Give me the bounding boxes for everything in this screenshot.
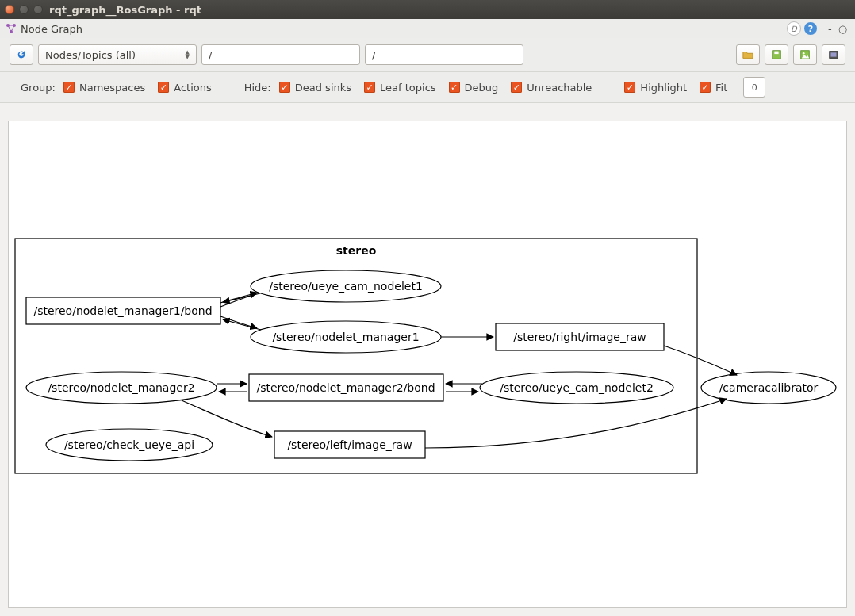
svg-text:/cameracalibrator: /cameracalibrator: [719, 381, 819, 394]
topic-filter-input-1[interactable]: /: [201, 44, 360, 65]
svg-text:/stereo/ueye_cam_nodelet2: /stereo/ueye_cam_nodelet2: [500, 381, 654, 394]
mode-selector-value: Nodes/Topics (all): [45, 49, 136, 61]
refresh-icon: [16, 49, 27, 60]
svg-rect-8: [831, 52, 837, 56]
topic-filter-input-2[interactable]: /: [365, 44, 523, 65]
group-label: Group:: [21, 82, 56, 94]
panel-minimize-button[interactable]: -: [825, 23, 835, 35]
svg-text:/stereo/nodelet_manager2/bond: /stereo/nodelet_manager2/bond: [256, 381, 435, 394]
window-maximize-button[interactable]: [33, 5, 43, 14]
panel-icon: [5, 22, 17, 35]
panel-float-button[interactable]: ○: [835, 23, 850, 35]
help-icon[interactable]: ?: [804, 22, 817, 35]
topic-filter-2-value: /: [372, 49, 375, 61]
window-minimize-button[interactable]: [19, 5, 29, 14]
checkbox-namespaces[interactable]: Namespaces: [63, 82, 145, 94]
svg-text:/stereo/nodelet_manager1: /stereo/nodelet_manager1: [272, 331, 419, 343]
ros-graph-svg: stereo /stereo/ueye_cam_nodelet1 /stereo…: [9, 121, 846, 607]
checkbox-debug[interactable]: Debug: [449, 82, 499, 94]
svg-rect-4: [774, 52, 778, 55]
save-image-button[interactable]: [793, 44, 817, 65]
toolbar: Nodes/Topics (all) ▲▼ / /: [0, 38, 855, 72]
screenshot-icon: [828, 49, 839, 60]
open-file-button[interactable]: [736, 44, 760, 65]
checkbox-leaf-topics[interactable]: Leaf topics: [364, 82, 436, 94]
depth-spinner[interactable]: 0: [743, 77, 765, 98]
save-dot-icon: [771, 49, 782, 60]
window-close-button[interactable]: [5, 5, 14, 14]
mode-selector[interactable]: Nodes/Topics (all) ▲▼: [38, 44, 197, 65]
checkbox-unreachable[interactable]: Unreachable: [511, 82, 592, 94]
dock-badge-icon[interactable]: D: [787, 21, 801, 36]
svg-text:/stereo/left/image_raw: /stereo/left/image_raw: [287, 438, 412, 451]
save-dot-button[interactable]: [765, 44, 788, 65]
checkbox-fit[interactable]: Fit: [700, 82, 727, 94]
topic-filter-1-value: /: [209, 49, 212, 61]
cluster-label: stereo: [336, 244, 377, 257]
panel-header: Node Graph D ? - ○: [0, 19, 855, 38]
graph-canvas[interactable]: stereo /stereo/ueye_cam_nodelet1 /stereo…: [8, 121, 847, 608]
window-title: rqt_graph__RosGraph - rqt: [49, 4, 201, 16]
refresh-button[interactable]: [10, 44, 33, 65]
window-titlebar: rqt_graph__RosGraph - rqt: [0, 0, 855, 19]
checkbox-highlight[interactable]: Highlight: [624, 82, 687, 94]
chevron-updown-icon: ▲▼: [186, 50, 190, 59]
svg-text:/stereo/check_ueye_api: /stereo/check_ueye_api: [64, 438, 194, 451]
save-image-icon: [799, 49, 811, 60]
checkbox-dead-sinks[interactable]: Dead sinks: [279, 82, 351, 94]
screenshot-button[interactable]: [822, 44, 845, 65]
panel-title: Node Graph: [21, 23, 82, 35]
hide-label: Hide:: [244, 82, 271, 94]
folder-open-icon: [742, 49, 753, 60]
svg-text:/stereo/nodelet_manager2: /stereo/nodelet_manager2: [48, 381, 194, 394]
svg-text:/stereo/right/image_raw: /stereo/right/image_raw: [513, 331, 646, 343]
svg-text:/stereo/ueye_cam_nodelet1: /stereo/ueye_cam_nodelet1: [269, 280, 423, 293]
checkbox-actions[interactable]: Actions: [158, 82, 212, 94]
options-bar: Group: Namespaces Actions Hide: Dead sin…: [0, 72, 855, 103]
svg-point-6: [803, 52, 805, 55]
svg-text:/stereo/nodelet_manager1/bond: /stereo/nodelet_manager1/bond: [33, 304, 212, 317]
